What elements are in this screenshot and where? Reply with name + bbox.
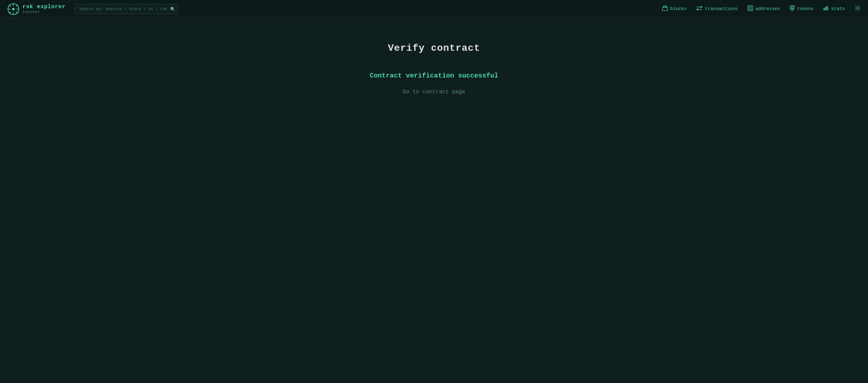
svg-point-15: [791, 6, 793, 8]
tokens-icon: [790, 5, 795, 12]
search-input[interactable]: [75, 4, 178, 14]
svg-rect-10: [662, 7, 668, 11]
page-title: Verify contract: [388, 42, 480, 54]
stats-icon: [823, 6, 829, 12]
app-subtitle: testnet: [23, 10, 66, 14]
logo-link[interactable]: rsk explorer testnet: [7, 3, 66, 15]
svg-rect-13: [749, 7, 751, 9]
nav-item-blocks[interactable]: blocks: [662, 5, 687, 12]
svg-rect-19: [825, 7, 826, 10]
svg-point-1: [12, 8, 14, 10]
svg-point-22: [857, 7, 859, 9]
transactions-icon: [696, 6, 703, 12]
addresses-icon: [747, 5, 753, 12]
nav-item-stats[interactable]: stats: [823, 6, 845, 12]
search-bar: 🔍: [75, 4, 178, 14]
nav-label-tokens: tokens: [797, 6, 813, 11]
svg-rect-21: [828, 7, 829, 10]
success-message: Contract verification successful: [370, 72, 498, 80]
nav-label-blocks: blocks: [670, 6, 687, 11]
settings-icon[interactable]: [855, 5, 861, 13]
svg-rect-11: [663, 6, 666, 7]
svg-rect-12: [748, 6, 753, 11]
blocks-icon: [662, 5, 668, 12]
navbar: rsk explorer testnet 🔍 blocks: [0, 0, 868, 18]
main-content: Verify contract Contract verification su…: [0, 18, 868, 95]
svg-rect-20: [827, 6, 828, 10]
nav-item-addresses[interactable]: addresses: [747, 5, 780, 12]
nav-links: blocks transactions addresses: [662, 5, 861, 13]
go-to-contract-link[interactable]: Go to contract page: [403, 89, 465, 95]
nav-label-transactions: transactions: [705, 6, 738, 11]
nav-item-transactions[interactable]: transactions: [696, 6, 738, 12]
svg-rect-18: [824, 8, 825, 10]
app-title: rsk explorer: [23, 4, 66, 10]
logo-icon: [7, 3, 20, 15]
nav-item-tokens[interactable]: tokens: [790, 5, 813, 12]
nav-label-addresses: addresses: [755, 6, 780, 11]
nav-label-stats: stats: [831, 6, 845, 11]
